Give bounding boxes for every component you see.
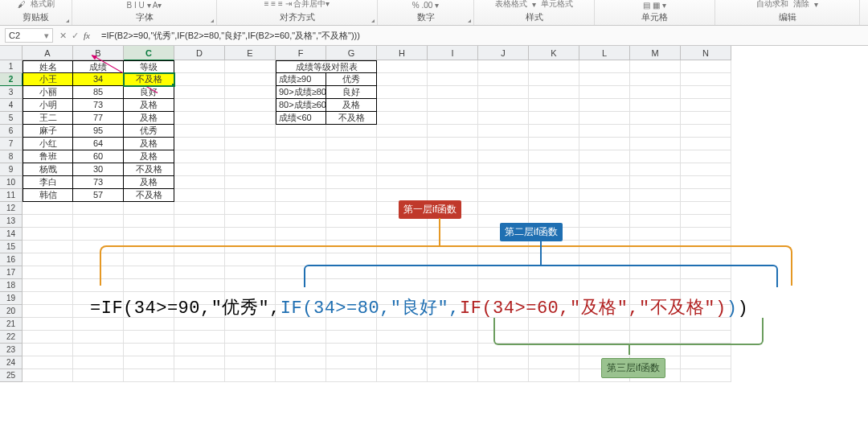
cell-K5[interactable] (529, 112, 579, 125)
cell-L3[interactable] (579, 86, 630, 99)
cell-F2[interactable]: 成绩≥90 (276, 73, 326, 86)
row-header-15[interactable]: 15 (0, 241, 23, 253)
cell-F23[interactable] (276, 344, 326, 356)
cell-K7[interactable] (529, 138, 579, 150)
cell-M13[interactable] (630, 215, 681, 228)
cell-J20[interactable] (478, 305, 529, 318)
row-header-24[interactable]: 24 (0, 356, 23, 369)
cell-M10[interactable] (630, 176, 681, 189)
cell-A8[interactable]: 鲁班 (23, 150, 73, 163)
row-header-22[interactable]: 22 (0, 331, 23, 344)
cell-J24[interactable] (478, 356, 529, 369)
cell-L1[interactable] (579, 60, 630, 73)
cell-F3[interactable]: 90>成绩≥80 (276, 86, 326, 99)
cell-B6[interactable]: 95 (73, 125, 124, 138)
cell-A17[interactable] (23, 266, 73, 279)
cell-A11[interactable]: 韩信 (23, 189, 73, 202)
cell-B18[interactable] (73, 279, 124, 292)
cell-N2[interactable] (681, 73, 731, 86)
cell-I5[interactable] (428, 112, 478, 125)
cell-G10[interactable] (326, 176, 377, 189)
cell-D3[interactable] (174, 86, 225, 99)
cell-A2[interactable]: 小王 (23, 73, 73, 86)
cell-A13[interactable] (23, 215, 73, 228)
cell-C25[interactable] (124, 369, 174, 382)
cell-F12[interactable] (276, 202, 326, 215)
cell-D14[interactable] (174, 228, 225, 241)
column-header-G[interactable]: G (326, 46, 377, 60)
cell-H22[interactable] (377, 331, 428, 344)
cell-L4[interactable] (579, 99, 630, 112)
cell-B23[interactable] (73, 344, 124, 356)
cell-N7[interactable] (681, 138, 731, 150)
row-header-7[interactable]: 7 (0, 138, 23, 150)
cell-C10[interactable]: 及格 (124, 176, 174, 189)
column-header-N[interactable]: N (681, 46, 731, 60)
cell-C8[interactable]: 及格 (124, 150, 174, 163)
cell-A15[interactable] (23, 241, 73, 253)
cell-N12[interactable] (681, 202, 731, 215)
cell-A7[interactable]: 小红 (23, 138, 73, 150)
cell-H2[interactable] (377, 73, 428, 86)
cell-H5[interactable] (377, 112, 428, 125)
cell-M16[interactable] (630, 253, 681, 266)
cell-N1[interactable] (681, 60, 731, 73)
cell-E8[interactable] (225, 150, 276, 163)
cell-M4[interactable] (630, 99, 681, 112)
cell-M8[interactable] (630, 150, 681, 163)
cell-M21[interactable] (630, 318, 681, 331)
cell-L19[interactable] (579, 292, 630, 305)
cell-A3[interactable]: 小丽 (23, 86, 73, 99)
cell-B11[interactable]: 57 (73, 189, 124, 202)
cell-A25[interactable] (23, 369, 73, 382)
cell-E21[interactable] (225, 318, 276, 331)
cell-G20[interactable] (326, 305, 377, 318)
cell-D21[interactable] (174, 318, 225, 331)
cell-D17[interactable] (174, 266, 225, 279)
cell-F6[interactable] (276, 125, 326, 138)
cell-M24[interactable] (630, 356, 681, 369)
row-header-16[interactable]: 16 (0, 253, 23, 266)
cell-N22[interactable] (681, 331, 731, 344)
cell-N13[interactable] (681, 215, 731, 228)
cell-C2[interactable]: 不及格 (124, 73, 174, 86)
cell-N25[interactable] (681, 369, 731, 382)
cell-J11[interactable] (478, 189, 529, 202)
cell-H13[interactable] (377, 215, 428, 228)
cell-J5[interactable] (478, 112, 529, 125)
cell-A1[interactable]: 姓名 (23, 60, 73, 73)
column-header-J[interactable]: J (478, 46, 529, 60)
cell-N19[interactable] (681, 292, 731, 305)
cell-E1[interactable] (225, 60, 276, 73)
select-all-corner[interactable] (0, 46, 23, 60)
cell-N11[interactable] (681, 189, 731, 202)
cell-E9[interactable] (225, 163, 276, 176)
cell-E13[interactable] (225, 215, 276, 228)
cell-D1[interactable] (174, 60, 225, 73)
cell-D19[interactable] (174, 292, 225, 305)
cell-B2[interactable]: 34 (73, 73, 124, 86)
cell-G11[interactable] (326, 189, 377, 202)
cell-H4[interactable] (377, 99, 428, 112)
cell-C3[interactable]: 良好 (124, 86, 174, 99)
cell-D10[interactable] (174, 176, 225, 189)
row-header-1[interactable]: 1 (0, 60, 23, 73)
cell-K17[interactable] (529, 266, 579, 279)
cell-A18[interactable] (23, 279, 73, 292)
cell-I21[interactable] (428, 318, 478, 331)
cell-L13[interactable] (579, 215, 630, 228)
cell-N8[interactable] (681, 150, 731, 163)
cell-B1[interactable]: 成绩 (73, 60, 124, 73)
cell-K9[interactable] (529, 163, 579, 176)
column-header-C[interactable]: C (124, 46, 174, 60)
cell-E10[interactable] (225, 176, 276, 189)
cell-A14[interactable] (23, 228, 73, 241)
cell-J18[interactable] (478, 279, 529, 292)
cell-L11[interactable] (579, 189, 630, 202)
cell-C1[interactable]: 等级 (124, 60, 174, 73)
cell-C4[interactable]: 及格 (124, 99, 174, 112)
cell-D5[interactable] (174, 112, 225, 125)
cell-E24[interactable] (225, 356, 276, 369)
cell-H19[interactable] (377, 292, 428, 305)
cell-L9[interactable] (579, 163, 630, 176)
